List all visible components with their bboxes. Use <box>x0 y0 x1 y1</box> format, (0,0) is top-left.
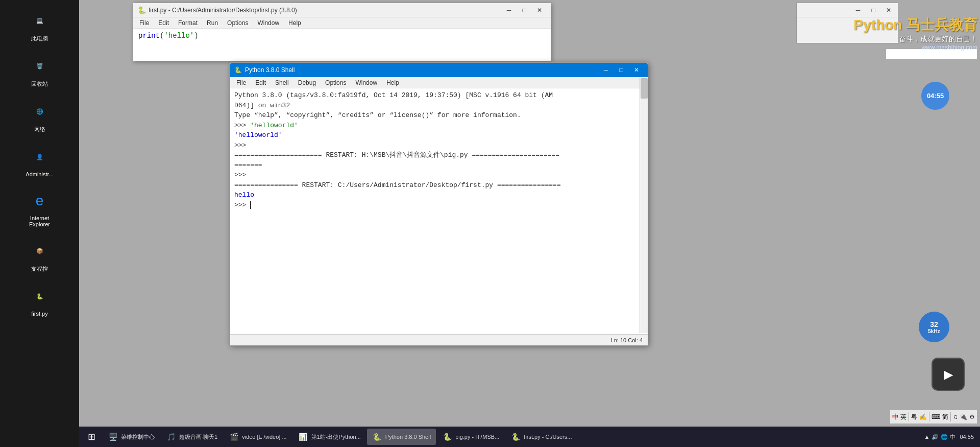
brand-url: www.mashibing.com <box>853 44 977 51</box>
superaudio-icon: 🎵 <box>166 432 176 442</box>
taskbar-btn-superaudio[interactable]: 🎵 超级音画·聊天1 <box>161 429 223 445</box>
zip-icon: 📦 <box>28 239 52 263</box>
ime-plug[interactable]: 🔌 <box>960 413 967 420</box>
taskbar-btn-firstpy[interactable]: 🐍 first.py - C:/Users... <box>505 429 577 445</box>
superaudio-label: 超级音画·聊天1 <box>179 433 217 441</box>
ime-chinese[interactable]: 中 <box>892 413 898 421</box>
shell-window: 🐍 Python 3.8.0 Shell ─ □ ✕ File Edit She… <box>230 62 648 346</box>
taskbar-time-text: 04:55 <box>960 434 974 440</box>
ime-music[interactable]: ♫ <box>953 413 958 420</box>
shell-line-3: Type “help”, “copyright”, “credits” or “… <box>234 110 644 121</box>
python1-label: 第1站-出使Python... <box>311 433 361 441</box>
shell-close-button[interactable]: ✕ <box>629 64 644 76</box>
network-icon: 🌐 <box>28 99 52 124</box>
shell-content[interactable]: Python 3.8.0 (tags/v3.8.0:fa919fd, Oct 1… <box>230 88 648 344</box>
shell-scrollbar[interactable] <box>640 77 648 333</box>
firstpy-label: first.py <box>31 311 47 317</box>
taskbar-right: ▲ 🔊 🌐 中 04:55 <box>924 433 978 441</box>
shell-minimize-button[interactable]: ─ <box>599 64 613 76</box>
taskbar-btn-python1[interactable]: 📊 第1站-出使Python... <box>293 429 366 445</box>
desktop-icon-admin[interactable]: 👤 Administr... <box>17 142 63 180</box>
timer-circle-2: 32 5kHz <box>919 312 949 342</box>
start-button[interactable]: ⊞ <box>81 429 102 445</box>
menu-window[interactable]: Window <box>253 18 283 28</box>
shell-taskbar-icon: 🐍 <box>372 432 382 442</box>
systray-network[interactable]: 🌐 <box>941 434 948 440</box>
brand-title: Python 马士兵教育 <box>853 15 977 35</box>
desktop-icon-zip[interactable]: 📦 支程控 <box>17 236 63 276</box>
pig-label: pig.py - H:\MSB... <box>455 434 499 440</box>
recycle-icon: 🗑️ <box>28 54 52 78</box>
shell-line-12: >>> <box>234 200 644 210</box>
shell-menu-options[interactable]: Options <box>321 78 350 87</box>
admin-icon: 👤 <box>28 145 52 169</box>
shell-menu-debug[interactable]: Debug <box>294 78 320 87</box>
python1-icon: 📊 <box>298 432 308 442</box>
menu-help[interactable]: Help <box>284 18 305 28</box>
firstpy-icon: 🐍 <box>28 284 52 309</box>
menu-edit[interactable]: Edit <box>154 18 173 28</box>
desktop-icon-ie[interactable]: e InternetExplorer <box>17 185 63 230</box>
shell-menu-edit[interactable]: Edit <box>251 78 270 87</box>
shell-menu-shell[interactable]: Shell <box>271 78 293 87</box>
computer-icon: 💻 <box>28 8 52 33</box>
ime-settings[interactable]: ⚙ <box>969 413 975 420</box>
desktop-icon-computer[interactable]: 💻 此电脑 <box>17 5 63 45</box>
code-paren-close: ) <box>194 32 198 40</box>
play-button[interactable]: ▶ <box>932 358 965 391</box>
ie-label: InternetExplorer <box>29 215 50 227</box>
ie-icon: e <box>28 189 52 213</box>
shell-line-4: >>> 'helloworld' <box>234 121 644 131</box>
systray-arrow[interactable]: ▲ <box>924 434 930 440</box>
shell-menubar: File Edit Shell Debug Options Window Hel… <box>230 77 648 88</box>
shell-titlebar-icon: 🐍 <box>234 66 242 74</box>
shell-maximize-button[interactable]: □ <box>614 64 628 76</box>
desktop-icon-recycle[interactable]: 🗑️ 回收站 <box>17 51 63 91</box>
systray-ime[interactable]: 中 <box>950 433 955 441</box>
menu-format[interactable]: Format <box>174 18 202 28</box>
timer-text-2: 32 <box>930 320 938 328</box>
editor-content[interactable]: print('hello') <box>133 29 551 61</box>
bg-close-button[interactable]: ✕ <box>881 5 896 16</box>
ime-drawing[interactable]: ✍ <box>919 413 927 420</box>
menu-options[interactable]: Options <box>223 18 252 28</box>
menu-file[interactable]: File <box>135 18 153 28</box>
firstpy-taskbar-label: first.py - C:/Users... <box>524 434 572 440</box>
bg-minimize-button[interactable]: ─ <box>851 5 865 16</box>
taskbar-btn-pig[interactable]: 🐍 pig.py - H:\MSB... <box>437 429 504 445</box>
shell-scrollbar-thumb[interactable] <box>641 78 648 99</box>
taskbar-btn-video[interactable]: 🎬 video [E:\video] ... <box>224 429 291 445</box>
shell-menu-file[interactable]: File <box>232 78 250 87</box>
shell-menu-help[interactable]: Help <box>382 78 403 87</box>
taskbar-btn-shell[interactable]: 🐍 Python 3.8.0 Shell <box>367 429 436 445</box>
shell-title: Python 3.8.0 Shell <box>245 66 599 74</box>
bg-maximize-button[interactable]: □ <box>866 5 880 16</box>
desktop-icon-network[interactable]: 🌐 网络 <box>17 96 63 136</box>
systray-volume[interactable]: 🔊 <box>932 434 939 440</box>
control-icon: 🖥️ <box>108 432 118 442</box>
systray: ▲ 🔊 🌐 中 <box>924 433 956 441</box>
taskbar-time: 04:55 <box>960 434 974 440</box>
shell-menu-window[interactable]: Window <box>351 78 381 87</box>
desktop: 💻 此电脑 🗑️ 回收站 🌐 网络 👤 Administr... e Inter… <box>0 0 980 447</box>
code-string: 'hello' <box>164 32 194 40</box>
shell-line-1: Python 3.8.0 (tags/v3.8.0:fa919fd, Oct 1… <box>234 90 644 101</box>
shell-line-5: 'helloworld' <box>234 130 644 140</box>
menu-run[interactable]: Run <box>203 18 222 28</box>
shell-line-8: ======= <box>234 160 644 171</box>
bg-window-controls: ─ □ ✕ <box>851 5 896 16</box>
network-label: 网络 <box>34 126 45 133</box>
shell-line-10: ================ RESTART: C:/Users/Admin… <box>234 180 644 191</box>
video-icon: 🎬 <box>229 432 239 442</box>
editor-minimize-button[interactable]: ─ <box>502 5 516 16</box>
editor-window: 🐍 first.py - C:/Users/Administrator/Desk… <box>133 3 551 61</box>
ime-cantonese[interactable]: 粤 <box>911 413 917 421</box>
taskbar-btn-control[interactable]: 🖥️ 菜维控制中心 <box>103 429 160 445</box>
editor-close-button[interactable]: ✕ <box>532 5 547 16</box>
ime-english[interactable]: 英 <box>900 413 906 421</box>
ime-simplified[interactable]: 简 <box>942 413 948 421</box>
ime-keyboard[interactable]: ⌨ <box>932 413 940 420</box>
editor-maximize-button[interactable]: □ <box>517 5 531 16</box>
desktop-icon-firstpy[interactable]: 🐍 first.py <box>17 281 63 320</box>
editor-titlebar: 🐍 first.py - C:/Users/Administrator/Desk… <box>133 3 551 17</box>
